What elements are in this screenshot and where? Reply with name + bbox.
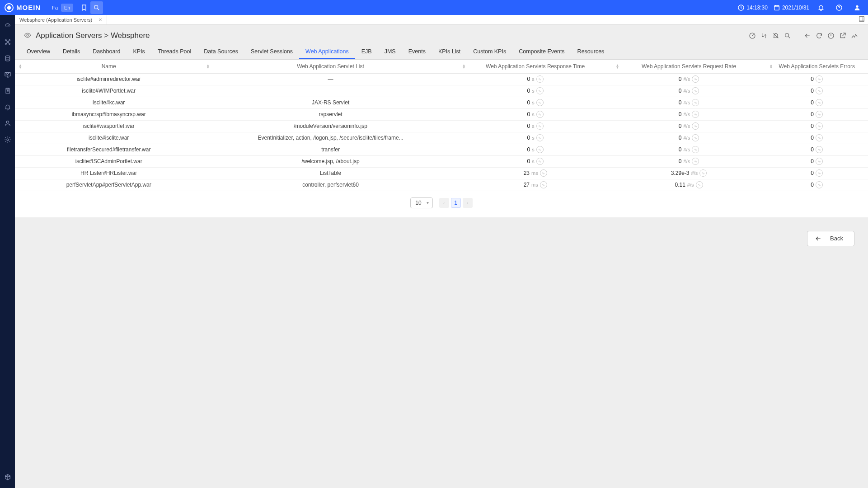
back-arrow-icon[interactable] <box>803 31 812 40</box>
sparkline-icon[interactable]: ∿ <box>540 181 547 188</box>
sparkline-icon[interactable]: ∿ <box>816 181 823 188</box>
table-row[interactable]: perfServletApp#perfServletApp.warcontrol… <box>15 179 868 191</box>
page-size-select[interactable]: 10 <box>410 197 432 208</box>
back-button[interactable]: Back <box>807 231 854 246</box>
sparkline-icon[interactable]: ∿ <box>816 169 823 177</box>
current-page[interactable]: 1 <box>451 198 461 208</box>
gauge-icon[interactable] <box>748 31 757 40</box>
sub-tab-resources[interactable]: Resources <box>571 45 611 59</box>
sparkline-icon[interactable]: ∿ <box>536 134 544 141</box>
document-tab[interactable]: Websphere (Application Servers) × <box>15 15 107 24</box>
external-icon[interactable] <box>838 31 847 40</box>
sort-icon[interactable]: ▲▼ <box>462 64 466 69</box>
sparkline-icon[interactable]: ∿ <box>692 111 699 118</box>
sub-tab-dashboard[interactable]: Dashboard <box>86 45 127 59</box>
sparkline-icon[interactable]: ∿ <box>536 87 544 94</box>
sparkline-icon[interactable]: ∿ <box>536 111 544 118</box>
table-row[interactable]: isclite#WIMPortlet.war—0 s ∿0 #/s ∿0 ∿ <box>15 85 868 97</box>
search-action-icon[interactable] <box>783 31 792 40</box>
panel-grid-icon[interactable] <box>858 15 865 24</box>
sub-tab-custom-kpis[interactable]: Custom KPIs <box>467 45 512 59</box>
table-row[interactable]: isclite#wasportlet.war/moduleVersion/ver… <box>15 120 868 132</box>
sidebar-alerts-icon[interactable] <box>3 103 12 112</box>
sparkline-icon[interactable]: ∿ <box>536 99 544 106</box>
close-icon[interactable]: × <box>99 16 102 23</box>
sparkline-icon[interactable]: ∿ <box>692 158 699 165</box>
lang-fa[interactable]: Fa <box>49 4 61 12</box>
bookmark-icon[interactable] <box>78 1 90 14</box>
disable-alert-icon[interactable] <box>771 31 780 40</box>
table-row[interactable]: isclite#ISCAdminPortlet.war/welcome.jsp,… <box>15 155 868 167</box>
sub-tab-kpis-list[interactable]: KPIs List <box>432 45 467 59</box>
notifications-icon[interactable] <box>815 1 827 14</box>
sparkline-icon[interactable]: ∿ <box>816 158 823 165</box>
sub-tab-ejb[interactable]: EJB <box>355 45 378 59</box>
prev-page-button[interactable]: ‹ <box>439 198 449 208</box>
sidebar-users-icon[interactable] <box>3 119 12 128</box>
sparkline-icon[interactable]: ∿ <box>816 122 823 130</box>
sort-icon[interactable]: ▲▼ <box>616 64 619 69</box>
sidebar-cube-icon[interactable] <box>3 473 12 482</box>
sub-tab-events[interactable]: Events <box>402 45 432 59</box>
chart-icon[interactable] <box>850 31 859 40</box>
sparkline-icon[interactable]: ∿ <box>816 111 823 118</box>
sidebar-settings-icon[interactable] <box>3 135 12 144</box>
sparkline-icon[interactable]: ∿ <box>536 146 544 153</box>
sidebar-reports-icon[interactable] <box>3 86 12 95</box>
sub-tab-overview[interactable]: Overview <box>20 45 56 59</box>
sparkline-icon[interactable]: ∿ <box>692 146 699 153</box>
sparkline-icon[interactable]: ∿ <box>816 134 823 141</box>
column-header[interactable]: ▲▼Web Application Servlets Request Rate <box>612 60 766 73</box>
sort-icon[interactable]: ▲▼ <box>769 64 773 69</box>
sub-tab-data-sources[interactable]: Data Sources <box>197 45 244 59</box>
table-row[interactable]: isclite#kc.warJAX-RS Servlet0 s ∿0 #/s ∿… <box>15 97 868 108</box>
sparkline-icon[interactable]: ∿ <box>692 87 699 94</box>
sparkline-icon[interactable]: ∿ <box>692 99 699 106</box>
sparkline-icon[interactable]: ∿ <box>536 122 544 130</box>
table-row[interactable]: isclite#isclite.warEventInitializer, act… <box>15 132 868 144</box>
table-row[interactable]: ibmasyncrsp#ibmasyncrsp.warrspservlet0 s… <box>15 108 868 120</box>
sidebar-topology-icon[interactable] <box>3 38 12 47</box>
cell-servlet-list: rspservlet <box>202 108 458 120</box>
sub-tab-composite-events[interactable]: Composite Events <box>512 45 571 59</box>
sparkline-icon[interactable]: ∿ <box>692 122 699 130</box>
sparkline-icon[interactable]: ∿ <box>540 169 547 177</box>
sidebar-database-icon[interactable] <box>3 54 12 63</box>
sidebar-monitor-icon[interactable] <box>3 70 12 79</box>
breadcrumb-parent[interactable]: Application Servers <box>36 31 102 40</box>
sparkline-icon[interactable]: ∿ <box>692 75 699 83</box>
help-icon[interactable] <box>833 1 845 14</box>
search-icon[interactable] <box>90 1 103 14</box>
sub-tab-jms[interactable]: JMS <box>378 45 402 59</box>
sub-tab-threads-pool[interactable]: Threads Pool <box>151 45 197 59</box>
sparkline-icon[interactable]: ∿ <box>816 99 823 106</box>
user-icon[interactable] <box>851 1 863 14</box>
sidebar-dashboard-icon[interactable] <box>3 21 12 30</box>
sparkline-icon[interactable]: ∿ <box>536 158 544 165</box>
sparkline-icon[interactable]: ∿ <box>536 75 544 83</box>
sparkline-icon[interactable]: ∿ <box>816 87 823 94</box>
sparkline-icon[interactable]: ∿ <box>816 146 823 153</box>
column-header[interactable]: ▲▼Web Application Servlets Errors <box>765 60 868 73</box>
table-row[interactable]: filetransferSecured#filetransfer.wartran… <box>15 144 868 155</box>
next-page-button[interactable]: › <box>463 198 473 208</box>
sub-tab-details[interactable]: Details <box>56 45 86 59</box>
column-header[interactable]: ▲▼Web Application Servlets Response Time <box>459 60 612 73</box>
sparkline-icon[interactable]: ∿ <box>699 169 707 177</box>
sparkline-icon[interactable]: ∿ <box>816 75 823 83</box>
sub-tab-kpis[interactable]: KPIs <box>127 45 151 59</box>
warning-icon[interactable] <box>826 31 835 40</box>
table-row[interactable]: HR Lister#HRLister.warListTable23 ms ∿3.… <box>15 167 868 179</box>
refresh-icon[interactable] <box>815 31 824 40</box>
column-header[interactable]: ▲▼Web Application Servlet List <box>202 60 458 73</box>
sub-tab-web-applications[interactable]: Web Applications <box>299 45 355 59</box>
lang-en[interactable]: En <box>61 4 73 12</box>
transfer-icon[interactable] <box>760 31 769 40</box>
sparkline-icon[interactable]: ∿ <box>692 134 699 141</box>
table-row[interactable]: isclite#adminredirector.war—0 s ∿0 #/s ∿… <box>15 73 868 85</box>
sort-icon[interactable]: ▲▼ <box>19 64 22 69</box>
sort-icon[interactable]: ▲▼ <box>206 64 210 69</box>
sub-tab-servlet-sessions[interactable]: Servlet Sessions <box>244 45 299 59</box>
sparkline-icon[interactable]: ∿ <box>696 181 703 188</box>
column-header[interactable]: ▲▼Name <box>15 60 202 73</box>
